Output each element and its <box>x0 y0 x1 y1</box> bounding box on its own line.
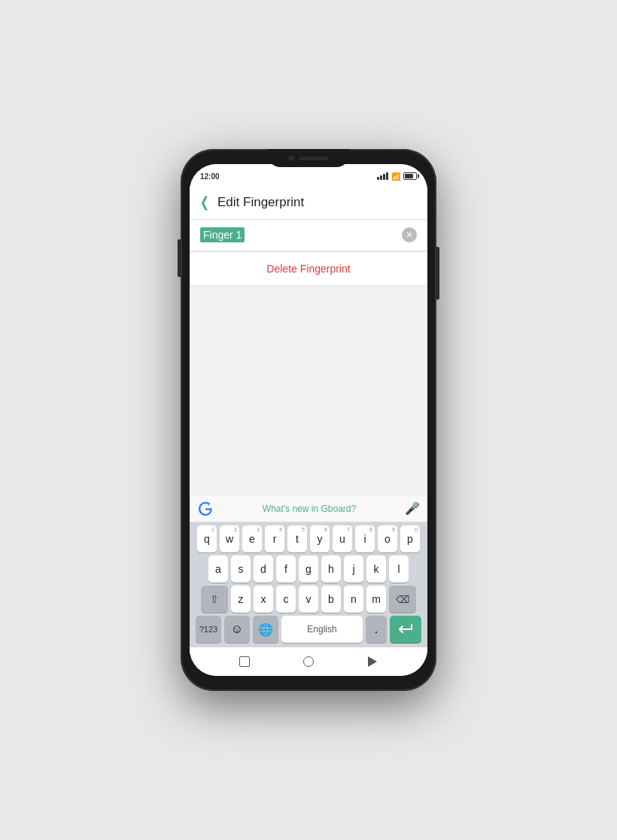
phone-screen: 12:00 📶 ❬ Edit Fingerprint <box>190 164 427 676</box>
key-x[interactable]: x <box>254 586 273 613</box>
key-i[interactable]: 8i <box>355 525 375 552</box>
gboard-suggestion-text: What's new in Gboard? <box>220 504 399 514</box>
num-switch-key[interactable]: ?123 <box>196 616 221 643</box>
globe-key[interactable]: 🌐 <box>253 616 278 643</box>
mic-button[interactable]: 🎤 <box>405 501 420 516</box>
keyboard: 1q 2w 3e 4r 5t 6y 7u 8i 9o 0p a s d f <box>190 522 427 647</box>
key-q[interactable]: 1q <box>197 525 217 552</box>
key-g[interactable]: g <box>299 555 318 583</box>
content-area: Finger 1 ✕ Delete Fingerprint <box>190 220 427 495</box>
key-a[interactable]: a <box>208 555 228 583</box>
key-p[interactable]: 0p <box>400 525 420 552</box>
key-m[interactable]: m <box>366 586 386 613</box>
key-l[interactable]: l <box>389 555 409 583</box>
key-h[interactable]: h <box>321 555 341 583</box>
key-b[interactable]: b <box>321 586 341 613</box>
key-u[interactable]: 7u <box>333 525 352 552</box>
home-icon <box>303 656 314 667</box>
status-icons: 📶 <box>377 172 417 181</box>
backspace-key[interactable]: ⌫ <box>389 586 416 613</box>
key-r[interactable]: 4r <box>265 525 284 552</box>
key-z[interactable]: z <box>231 586 251 613</box>
wifi-icon: 📶 <box>391 172 400 181</box>
delete-fingerprint-label[interactable]: Delete Fingerprint <box>266 263 350 275</box>
battery-icon <box>403 172 417 180</box>
keyboard-row-3: ⇧ z x c v b n m ⌫ <box>193 586 424 613</box>
app-bar: ❬ Edit Fingerprint <box>190 185 427 220</box>
enter-icon <box>399 624 412 635</box>
back-icon <box>368 656 377 667</box>
back-button[interactable]: ❬ <box>199 194 210 211</box>
input-row[interactable]: Finger 1 ✕ <box>190 220 427 250</box>
nav-back-button[interactable] <box>364 653 381 670</box>
nav-bar <box>190 647 427 676</box>
recents-icon <box>239 656 250 667</box>
notch <box>267 149 350 167</box>
nav-home-button[interactable] <box>300 653 317 670</box>
emoji-key[interactable]: ☺ <box>224 616 250 643</box>
key-c[interactable]: c <box>276 586 296 613</box>
notch-camera <box>288 155 294 161</box>
gboard-suggestion-bar[interactable]: What's new in Gboard? 🎤 <box>190 495 427 522</box>
keyboard-row-2: a s d f g h j k l <box>193 555 424 583</box>
period-key[interactable]: . <box>366 616 387 643</box>
battery-fill <box>405 174 413 178</box>
key-y[interactable]: 6y <box>310 525 330 552</box>
status-time: 12:00 <box>200 172 220 181</box>
key-e[interactable]: 3e <box>242 525 262 552</box>
key-d[interactable]: d <box>254 555 273 583</box>
key-o[interactable]: 9o <box>378 525 397 552</box>
page-title: Edit Fingerprint <box>217 195 304 210</box>
enter-key[interactable] <box>390 616 421 643</box>
delete-fingerprint-row[interactable]: Delete Fingerprint <box>190 252 427 285</box>
keyboard-row-1: 1q 2w 3e 4r 5t 6y 7u 8i 9o 0p <box>193 525 424 552</box>
fingerprint-name-input[interactable]: Finger 1 <box>200 227 245 242</box>
notch-speaker <box>299 157 329 160</box>
phone-device: 12:00 📶 ❬ Edit Fingerprint <box>181 149 436 691</box>
key-s[interactable]: s <box>231 555 251 583</box>
clear-button[interactable]: ✕ <box>402 227 417 242</box>
empty-space <box>190 286 427 495</box>
status-bar: 12:00 📶 <box>190 164 427 185</box>
key-v[interactable]: v <box>299 586 318 613</box>
key-j[interactable]: j <box>344 555 363 583</box>
keyboard-area: What's new in Gboard? 🎤 1q 2w 3e 4r 5t 6… <box>190 495 427 647</box>
key-w[interactable]: 2w <box>220 525 239 552</box>
space-key[interactable]: English <box>281 616 363 643</box>
key-k[interactable]: k <box>366 555 386 583</box>
keyboard-row-4: ?123 ☺ 🌐 English . <box>193 616 424 646</box>
signal-icon <box>377 172 388 180</box>
key-f[interactable]: f <box>276 555 296 583</box>
key-n[interactable]: n <box>344 586 363 613</box>
nav-recents-button[interactable] <box>236 653 253 670</box>
shift-key[interactable]: ⇧ <box>201 586 228 613</box>
key-t[interactable]: 5t <box>287 525 307 552</box>
google-g-icon <box>197 501 214 517</box>
